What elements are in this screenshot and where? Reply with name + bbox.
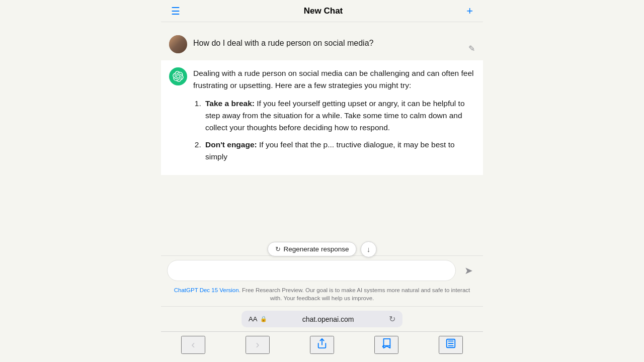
ai-message: Dealing with a rude person on social med… <box>161 60 483 175</box>
tabs-icon <box>445 338 456 352</box>
ai-intro-text: Dealing with a rude person on social med… <box>193 67 475 92</box>
forward-icon: › <box>256 338 259 351</box>
chat-area: How do I deal with a rude person on soci… <box>161 22 483 233</box>
regenerate-button[interactable]: ↻ Regenerate response <box>268 242 357 256</box>
user-message: How do I deal with a rude person on soci… <box>161 28 483 60</box>
chatgpt-avatar <box>169 67 187 85</box>
bookmarks-icon <box>381 338 392 352</box>
input-bar: ➤ <box>161 255 483 285</box>
list-item: Don't engage: If you feel that the p... … <box>203 139 475 163</box>
lock-icon: 🔒 <box>260 316 267 322</box>
list-item: Take a break: If you feel yourself getti… <box>203 98 475 134</box>
menu-icon[interactable]: ☰ <box>169 3 182 19</box>
ai-list: Take a break: If you feel yourself getti… <box>193 98 475 163</box>
ai-message-content: Dealing with a rude person on social med… <box>193 67 475 168</box>
ios-toolbar: ‹ › <box>161 331 483 362</box>
page-title: New Chat <box>304 6 343 16</box>
user-message-text: How do I deal with a rude person on soci… <box>193 35 475 49</box>
back-icon: ‹ <box>191 338 195 351</box>
back-button[interactable]: ‹ <box>181 336 205 354</box>
regenerate-label: Regenerate response <box>284 245 349 253</box>
floating-actions: ↻ Regenerate response ↓ <box>268 241 377 257</box>
send-button[interactable]: ➤ <box>460 262 477 279</box>
share-button[interactable] <box>310 336 334 354</box>
list-item-label-1: Take a break: <box>205 99 255 108</box>
footer-description: . Free Research Preview. Our goal is to … <box>239 287 470 301</box>
list-item-label-2: Don't engage: <box>205 140 257 149</box>
scroll-down-button[interactable]: ↓ <box>360 241 376 257</box>
address-bar: AA 🔒 chat.openai.com ↻ <box>161 306 483 331</box>
new-chat-icon[interactable]: + <box>464 3 475 20</box>
tabs-button[interactable] <box>439 336 463 354</box>
chat-input[interactable] <box>167 260 456 281</box>
send-icon: ➤ <box>464 264 473 277</box>
aa-button[interactable]: AA <box>249 315 257 323</box>
forward-button[interactable]: › <box>246 336 270 354</box>
avatar <box>169 35 187 53</box>
chevron-down-icon: ↓ <box>367 245 371 253</box>
nav-bar: ☰ New Chat + <box>161 0 483 22</box>
regenerate-icon: ↻ <box>275 245 281 253</box>
footer-link[interactable]: ChatGPT Dec 15 Version <box>174 287 239 293</box>
edit-icon[interactable]: ✎ <box>468 44 475 53</box>
address-inner[interactable]: AA 🔒 chat.openai.com ↻ <box>242 311 403 327</box>
browser-frame: ☰ New Chat + How do I deal with a rude p… <box>161 0 483 362</box>
url-display: chat.openai.com <box>270 315 386 323</box>
share-icon <box>316 338 328 352</box>
refresh-icon[interactable]: ↻ <box>389 314 395 324</box>
footer-text: ChatGPT Dec 15 Version. Free Research Pr… <box>161 285 483 306</box>
bookmarks-button[interactable] <box>374 336 398 354</box>
